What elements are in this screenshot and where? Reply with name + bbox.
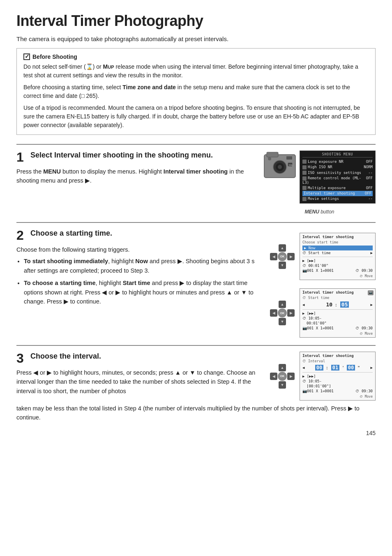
menu-item-2: High ISO NRNORM <box>302 164 373 170</box>
tp2-title: Interval timer shooting <box>302 290 373 294</box>
timer-panel-1: Interval timer shooting Choose start tim… <box>300 233 376 280</box>
dpad-2: ▲ ▼ ◀ ▶ OK <box>269 300 295 326</box>
step-1-header: 1 Select Interval timer shooting in the … <box>16 151 256 164</box>
tp2-time1: ⏱ 10:05- <box>302 316 373 321</box>
step-1-section: 1 Select Interval timer shooting in the … <box>16 144 376 215</box>
tp2-footer: ⏱ Move <box>302 332 373 336</box>
tp1-option-starttime: ⏱ Start time▶ <box>302 250 373 255</box>
step-3-left: 3 Choose the interval. Press ◀ or ▶ to h… <box>16 352 262 401</box>
tp3-seconds-highlight: 00 <box>347 365 355 371</box>
tp1-footer: ⏱ Move <box>302 274 373 278</box>
tp2-time2: 00:01'00" <box>302 321 373 326</box>
tp3-nav: ◀ 00 : 01 ' 00 " ▶ <box>302 364 373 371</box>
tp2-preview: ▶ [▶▶] <box>302 311 373 316</box>
svg-point-4 <box>278 165 282 169</box>
check-icon <box>23 53 30 60</box>
svg-point-6 <box>268 157 271 160</box>
menu-item-6-highlighted: Interval timer shootingOFF <box>302 191 373 196</box>
tp1-title: Interval timer shooting <box>302 235 373 239</box>
timer-panel-3: Interval timer shooting ⏱ Interval ◀ 00 … <box>300 352 376 401</box>
step-3-continuation: taken may be less than the total listed … <box>16 404 376 422</box>
notice-para-2: Before choosing a starting time, select … <box>23 83 369 100</box>
step-2-left: 2 Choose a starting time. Choose from th… <box>16 229 262 338</box>
menu-item-4: Remote control mode (ML-L3)OFF <box>302 176 373 185</box>
step-3-title: Choose the interval. <box>30 352 101 361</box>
tp3-footer: ⏱ Move <box>302 395 373 398</box>
tp1-count: 📷001 X 1=0001 ⏱ 09:30 <box>302 268 373 273</box>
step-3-number: 3 <box>16 352 26 365</box>
step-3-body: Press ◀ or ▶ to highlight hours, minutes… <box>16 368 262 396</box>
tp1-time: ⏱ 00:01'00" <box>302 263 373 268</box>
step-2-body: Choose from the following starting trigg… <box>16 245 262 306</box>
step-1-title: Select Interval timer shooting in the sh… <box>30 151 213 160</box>
step-3-section: 3 Choose the interval. Press ◀ or ▶ to h… <box>16 345 376 422</box>
shooting-menu-panel: SHOOTING MENU Long exposure NROFF High I… <box>300 151 376 204</box>
tp3-time1: ⏱ 10:05- <box>302 379 373 384</box>
step-1-left: 1 Select Interval timer shooting in the … <box>16 151 256 215</box>
tp3-minutes-highlight: 01 <box>331 365 339 371</box>
notice-para-3: Use of a tripod is recommended. Mount th… <box>23 104 369 130</box>
step-1-title-bold: Interval timer shooting <box>54 151 134 159</box>
intro-text: The camera is equipped to take photograp… <box>16 35 376 42</box>
step-2-title: Choose a starting time. <box>30 229 112 238</box>
menu-item-1: Long exposure NROFF <box>302 159 373 164</box>
tp3-preview: ▶ [▶▶] <box>302 374 373 379</box>
step-2-section: 2 Choose a starting time. Choose from th… <box>16 222 376 338</box>
notice-title-text: Before Shooting <box>32 53 77 60</box>
step-3-inner: 3 Choose the interval. Press ◀ or ▶ to h… <box>16 352 376 401</box>
svg-text:MENU: MENU <box>289 164 293 166</box>
menu-item-5: Multiple exposureOFF <box>302 185 373 191</box>
dpad-3: ▲ ▼ ◀ ▶ OK <box>269 363 295 389</box>
tp3-time2: [00:01'00"] <box>302 384 373 389</box>
tp3-hours-highlight: 00 <box>315 365 323 371</box>
timer-panel-2: Interval timer shooting ⏱ Start time ◀ 1… <box>300 288 376 338</box>
shooting-menu-title: SHOOTING MENU <box>302 153 373 158</box>
svg-rect-1 <box>267 152 278 157</box>
camera-body-diagram: MENU <box>263 151 296 181</box>
step-2-number: 2 <box>16 229 26 242</box>
notice-title: Before Shooting <box>23 53 369 60</box>
step-3-right: ▲ ▼ ◀ ▶ OK <box>269 352 376 401</box>
tp3-subtitle: ⏱ Interval <box>302 359 373 363</box>
step-2-header: 2 Choose a starting time. <box>16 229 262 242</box>
tp1-subtitle: Choose start time <box>302 240 373 244</box>
tp1-option-now: ▶ Now <box>302 246 373 250</box>
step-1-number: 1 <box>16 151 26 164</box>
menu-item-7: Movie settings-- <box>302 196 373 202</box>
step-1-right: MENU SHOOTING MENU Long exposure NROFF H… <box>263 151 376 215</box>
tp2-count: 📷001 X 1=0001 ⏱ 09:30 <box>302 326 373 331</box>
tp2-nav: ◀ 10 : 05 ▶ <box>302 301 373 308</box>
notice-para-1: Do not select self-timer (⌛) or MUP rele… <box>23 63 369 80</box>
page-title: Interval Timer Photography <box>16 12 376 30</box>
svg-rect-5 <box>286 156 292 160</box>
tp2-subtitle: ⏱ Start time <box>302 296 373 300</box>
tp3-count: 📷001 X 1=0001 ⏱ 09:30 <box>302 389 373 394</box>
tp2-minutes-highlight: 05 <box>340 301 349 308</box>
notice-box: Before Shooting Do not select self-timer… <box>16 48 376 135</box>
step-2-bullet-2: To choose a starting time, highlight Sta… <box>24 278 262 306</box>
step-3-header: 3 Choose the interval. <box>16 352 262 365</box>
tp3-title: Interval timer shooting <box>302 354 373 358</box>
dpad-1: ▲ ▼ ◀ ▶ OK <box>269 243 295 270</box>
step-1-body: Press the MENU button to display the men… <box>16 167 256 185</box>
page-number: 145 <box>16 430 376 436</box>
menu-button-label: MENU button <box>304 209 334 215</box>
step-2-right: ▲ ▼ ◀ ▶ OK Inte <box>269 229 376 338</box>
menu-item-3: ISO sensitivity settings-- <box>302 170 373 176</box>
tp1-preview: ▶ [▶▶] <box>302 258 373 263</box>
step-2-bullet-1: To start shooting immediately, highlight… <box>24 257 262 275</box>
